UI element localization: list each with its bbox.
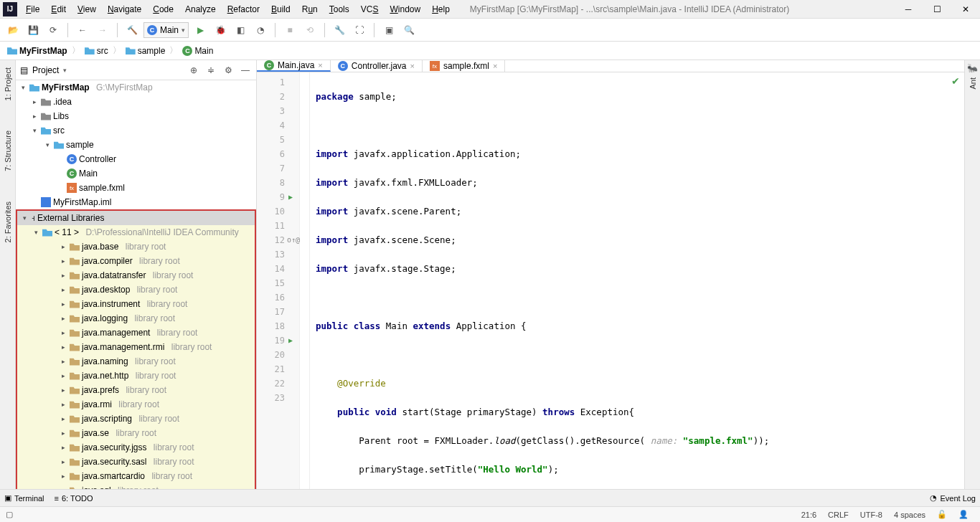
coverage-icon[interactable]: ◧	[232, 22, 249, 39]
tree-external-libraries[interactable]: ▾⫞External Libraries	[17, 211, 255, 225]
line-gutter[interactable]: 12345678 9▶ 1011 12o↑@ 131415161718 19▶ …	[257, 72, 300, 489]
update-icon[interactable]: ⟲	[301, 22, 319, 39]
code-area[interactable]: package sample; import javafx.applicatio…	[310, 72, 964, 489]
tree-module[interactable]: ▸java.logging library root	[17, 311, 255, 326]
close-icon[interactable]: ×	[410, 62, 415, 70]
open-icon[interactable]: 📂	[4, 22, 22, 39]
tool-terminal[interactable]: ▣ Terminal	[4, 493, 44, 503]
status-eol[interactable]: CRLF	[822, 511, 854, 519]
maximize-button[interactable]: ☐	[923, 0, 951, 19]
tree-module[interactable]: ▸java.security.sasl library root	[17, 455, 255, 469]
bc-src[interactable]: src	[82, 46, 111, 56]
run-gutter-icon[interactable]: ▶	[288, 333, 293, 348]
profile-icon[interactable]: ◔	[252, 22, 269, 39]
gear-icon[interactable]: ⚙	[222, 64, 235, 77]
close-button[interactable]: ✕	[951, 0, 980, 19]
tree-root[interactable]: ▾MyFirstMap G:\MyFirstMap	[16, 80, 256, 95]
status-lock-icon[interactable]: 🔓	[931, 510, 953, 519]
tool-eventlog[interactable]: ◔ Event Log	[930, 493, 976, 503]
close-icon[interactable]: ×	[318, 61, 322, 70]
tab-controller[interactable]: CController.java×	[331, 60, 423, 72]
tree-idea[interactable]: ▸.idea	[16, 95, 256, 109]
tool-todo[interactable]: ≡ 6: TODO	[55, 494, 93, 503]
tool-structure[interactable]: 7: Structure	[4, 126, 12, 176]
project-tree[interactable]: ▾MyFirstMap G:\MyFirstMap ▸.idea ▸Libs ▾…	[16, 80, 256, 489]
tree-module[interactable]: ▸java.datatransfer library root	[17, 268, 255, 283]
tree-module[interactable]: ▸java.se library root	[17, 426, 255, 440]
tree-module[interactable]: ▸java.instrument library root	[17, 297, 255, 311]
status-encoding[interactable]: UTF-8	[854, 511, 888, 519]
run-config-selector[interactable]: C Main ▾	[143, 22, 189, 38]
tool-ant[interactable]: Ant	[969, 73, 977, 94]
tree-module[interactable]: ▸java.smartcardio library root	[17, 469, 255, 483]
ide-settings-icon[interactable]: 🔧	[331, 22, 348, 39]
hide-icon[interactable]: —	[239, 64, 252, 77]
chevron-down-icon[interactable]: ▾	[63, 67, 67, 74]
bc-main[interactable]: CMain	[179, 46, 216, 56]
menu-vcs[interactable]: VCS	[355, 1, 385, 17]
menu-refactor[interactable]: Refactor	[222, 1, 265, 17]
refresh-icon[interactable]: ⟳	[44, 22, 62, 39]
tree-module[interactable]: ▸java.management library root	[17, 326, 255, 340]
menu-code[interactable]: Code	[147, 1, 179, 17]
ant-icon[interactable]: 🐜	[967, 63, 978, 73]
tree-module[interactable]: ▸java.naming library root	[17, 354, 255, 369]
debug-icon[interactable]: 🐞	[212, 22, 229, 39]
menu-analyze[interactable]: Analyze	[179, 1, 222, 17]
locate-icon[interactable]: ⊕	[187, 64, 200, 77]
minimize-button[interactable]: ─	[894, 0, 923, 19]
override-icon[interactable]: o↑@	[287, 233, 300, 247]
project-panel-title[interactable]: Project	[32, 65, 59, 75]
tree-module[interactable]: ▸java.net.http library root	[17, 369, 255, 383]
tree-module[interactable]: ▸java.rmi library root	[17, 397, 255, 412]
back-icon[interactable]: ←	[74, 22, 91, 39]
menu-navigate[interactable]: Navigate	[102, 1, 147, 17]
bc-root[interactable]: MyFirstMap	[4, 46, 70, 56]
build-icon[interactable]: 🔨	[123, 22, 141, 39]
tree-src[interactable]: ▾src	[16, 123, 256, 138]
tree-jdk[interactable]: ▾< 11 > D:\Professional\IntelliJ IDEA Co…	[17, 225, 255, 239]
tree-fxml[interactable]: fxsample.fxml	[16, 181, 256, 195]
menu-help[interactable]: Help	[426, 1, 456, 17]
tab-main[interactable]: CMain.java×	[257, 60, 331, 72]
tree-module[interactable]: ▸java.desktop library root	[17, 283, 255, 297]
status-indent[interactable]: 4 spaces	[888, 511, 931, 519]
status-hector-icon[interactable]: 👤	[953, 510, 974, 519]
tree-module[interactable]: ▸java.sql library root	[17, 483, 255, 489]
tree-controller[interactable]: CController	[16, 152, 256, 166]
tool-favorites[interactable]: 2: Favorites	[4, 197, 12, 247]
tab-fxml[interactable]: fxsample.fxml×	[423, 60, 505, 72]
tree-module[interactable]: ▸java.prefs library root	[17, 383, 255, 397]
fold-strip[interactable]	[300, 72, 310, 489]
bc-sample[interactable]: sample	[123, 46, 169, 56]
menu-view[interactable]: View	[72, 1, 102, 17]
tree-sample[interactable]: ▾sample	[16, 138, 256, 152]
search-icon[interactable]: 🔍	[400, 22, 418, 39]
tree-module[interactable]: ▸java.management.rmi library root	[17, 340, 255, 354]
menu-tools[interactable]: Tools	[324, 1, 355, 17]
close-icon[interactable]: ×	[493, 62, 497, 70]
menu-build[interactable]: Build	[265, 1, 296, 17]
stop-icon[interactable]: ■	[281, 22, 298, 39]
tree-libs[interactable]: ▸Libs	[16, 109, 256, 123]
run-icon[interactable]: ▶	[192, 22, 209, 39]
project-structure-icon[interactable]: ⛶	[351, 22, 368, 39]
editor-body[interactable]: ✔ 12345678 9▶ 1011 12o↑@ 131415161718 19…	[257, 72, 964, 489]
collapse-icon[interactable]: ≑	[204, 64, 217, 77]
forward-icon[interactable]: →	[94, 22, 111, 39]
run-gutter-icon[interactable]: ▶	[288, 190, 293, 204]
tree-module[interactable]: ▸java.base library root	[17, 239, 255, 254]
menu-file[interactable]: FFileile	[20, 1, 45, 17]
tree-module[interactable]: ▸java.scripting library root	[17, 412, 255, 426]
tree-iml[interactable]: MyFirstMap.iml	[16, 195, 256, 209]
sdk-icon[interactable]: ▣	[380, 22, 397, 39]
menu-run[interactable]: Run	[296, 1, 324, 17]
save-icon[interactable]: 💾	[24, 22, 42, 39]
inspection-ok-icon[interactable]: ✔	[951, 75, 960, 87]
status-toolwin-icon[interactable]: ▢	[6, 510, 13, 519]
status-position[interactable]: 21:6	[796, 511, 822, 519]
tool-project[interactable]: 1: Project	[4, 63, 12, 105]
tree-module[interactable]: ▸java.security.jgss library root	[17, 440, 255, 455]
menu-window[interactable]: Window	[384, 1, 426, 17]
tree-module[interactable]: ▸java.compiler library root	[17, 254, 255, 268]
